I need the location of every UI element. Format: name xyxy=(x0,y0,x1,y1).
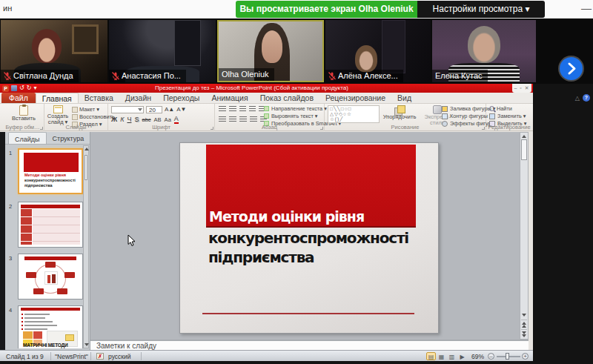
align-left-icon[interactable] xyxy=(219,116,226,122)
meeting-topbar-text: ин xyxy=(3,4,12,13)
participant-name-badge: Елена Кутас xyxy=(432,70,488,82)
thumb-title-line: підприємства xyxy=(24,183,53,188)
window-control-buttons[interactable]: – ▫ ✕ xyxy=(512,84,531,93)
font-color-button[interactable]: А xyxy=(174,116,179,124)
scroll-down-icon[interactable] xyxy=(522,314,526,317)
paste-button[interactable]: Вставить xyxy=(12,105,36,122)
group-slides: Создать слайд ▾ Макет ▾ Восстановить Раз… xyxy=(44,104,108,131)
bold-button[interactable]: Ж xyxy=(111,116,117,124)
tab-insert[interactable]: Вставка xyxy=(79,93,119,103)
bullets-icon[interactable] xyxy=(219,106,226,112)
slide-number: 3 xyxy=(9,255,12,262)
view-settings-label: Настройки просмотра xyxy=(433,4,523,14)
change-case-button[interactable]: Аа xyxy=(165,116,171,124)
font-name-combobox[interactable] xyxy=(111,106,144,113)
font-controls-row: 20 А▲ А▼ xyxy=(111,105,187,113)
tab-outline[interactable]: Структура xyxy=(47,132,90,144)
tab-file[interactable]: Файл xyxy=(1,93,36,103)
new-slide-button[interactable]: Создать слайд ▾ xyxy=(45,105,70,125)
slideshow-view-button[interactable]: ▶ xyxy=(457,352,467,360)
normal-view-button[interactable]: ▤ xyxy=(426,352,436,360)
slide-thumbnail-3[interactable] xyxy=(18,254,83,300)
tab-view[interactable]: Вид xyxy=(391,93,417,103)
increase-indent-icon[interactable] xyxy=(249,106,256,112)
align-right-icon[interactable] xyxy=(239,116,247,122)
slide-sorter-view-button[interactable]: ▦ xyxy=(437,352,446,360)
numbering-icon[interactable] xyxy=(229,106,236,112)
tab-home[interactable]: Главная xyxy=(36,93,79,103)
align-center-icon[interactable] xyxy=(229,116,236,122)
dialog-launcher-icon[interactable] xyxy=(40,127,43,130)
character-spacing-button[interactable]: АВ xyxy=(154,116,162,124)
arrange-button[interactable]: Упорядочить xyxy=(382,105,417,120)
next-participants-button[interactable] xyxy=(560,57,583,80)
zoom-percentage[interactable]: 69% xyxy=(471,353,484,360)
tab-review[interactable]: Рецензирование xyxy=(319,93,391,103)
text-direction-button[interactable]: Направление текста ▾ xyxy=(264,105,327,112)
layout-button[interactable]: Макет ▾ xyxy=(72,106,99,113)
tab-slides-thumbnails[interactable]: Слайды xyxy=(8,132,47,144)
help-icon[interactable]: ? xyxy=(583,94,590,102)
editor-scrollbar[interactable] xyxy=(520,132,529,340)
find-button[interactable]: Найти xyxy=(489,105,512,112)
zoom-slider-thumb[interactable] xyxy=(506,353,509,360)
thumb-table-column xyxy=(21,209,32,245)
panel-scrollbar[interactable] xyxy=(83,145,89,348)
tab-slideshow[interactable]: Показ слайдов xyxy=(254,93,319,103)
slide-thumbnail-1[interactable]: Методи оцінки рівня конкурентоспроможнос… xyxy=(18,148,83,194)
dialog-launcher-icon[interactable] xyxy=(482,127,485,130)
video-tile-alena: Алёна Алексе... xyxy=(325,20,431,82)
slide-thumbnail-4[interactable]: МАТРИЧНІ МЕТОДИ xyxy=(18,305,83,348)
replace-button[interactable]: Заменить ▾ xyxy=(489,113,526,119)
slide-canvas[interactable]: Методи оцінки рівня конкурентоспроможнос… xyxy=(179,142,439,334)
thumb-bullet-line xyxy=(24,328,47,330)
language-indicator[interactable]: русский xyxy=(108,353,131,360)
font-size-combobox[interactable]: 20 xyxy=(146,106,162,113)
theme-name: "NewsPrint" xyxy=(55,353,88,360)
reset-icon xyxy=(72,114,78,120)
previous-slide-button[interactable] xyxy=(521,320,527,328)
group-editing: Найти Заменить ▾ Выделить ▾ Редактирован… xyxy=(486,104,532,131)
reading-view-button[interactable]: ▥ xyxy=(447,352,457,360)
strikethrough-button[interactable]: abc xyxy=(142,116,150,124)
participant-name-badge: Olha Oleniuk xyxy=(219,68,274,81)
shrink-font-button[interactable]: А▼ xyxy=(176,105,186,113)
editor-scrollbar-thumb[interactable] xyxy=(521,139,527,160)
shapes-row: ☆()╱ xyxy=(328,116,379,122)
underline-button[interactable]: Ч xyxy=(127,116,131,124)
tab-transitions[interactable]: Переходы xyxy=(157,93,205,103)
group-label-drawing: Рисование xyxy=(325,124,486,130)
dialog-launcher-icon[interactable] xyxy=(320,127,323,130)
spellcheck-icon[interactable]: ✗ xyxy=(96,353,104,360)
divider xyxy=(50,352,51,360)
minimize-icon[interactable]: — xyxy=(581,2,592,14)
scroll-up-icon[interactable] xyxy=(85,148,89,150)
grow-font-button[interactable]: А▲ xyxy=(165,105,174,113)
dialog-launcher-icon[interactable] xyxy=(211,127,213,130)
next-slide-button[interactable] xyxy=(521,329,527,338)
slide-title-line2: конкурентоспроможності xyxy=(208,229,408,247)
slide-thumbnail-2[interactable] xyxy=(18,202,83,248)
scroll-down-icon[interactable] xyxy=(85,343,89,346)
tab-design[interactable]: Дизайн xyxy=(119,93,157,103)
notes-pane[interactable]: Заметки к слайду xyxy=(90,340,529,350)
text-shadow-button[interactable]: S xyxy=(134,116,139,124)
italic-button[interactable]: К xyxy=(120,116,124,124)
decrease-indent-icon[interactable] xyxy=(239,106,246,112)
collapse-ribbon-icon[interactable]: △ xyxy=(575,95,580,102)
scroll-up-icon[interactable] xyxy=(522,135,526,138)
zoom-out-icon[interactable]: – xyxy=(488,353,494,360)
layout-icon xyxy=(72,107,78,113)
thumb-caption: МАТРИЧНІ МЕТОДИ xyxy=(23,343,67,348)
window-title: Презентация до тез – Microsoft PowerPoin… xyxy=(0,84,503,93)
shapes-gallery[interactable]: □╲╲□○□ △▽◇○☆ ☆()╱ xyxy=(328,105,380,123)
slides-panel: Слайды Структура ✕ 1 Методи оцінки рівня… xyxy=(5,132,90,350)
screen-share-banner: Вы просматриваете экран Olha Oleniuk xyxy=(236,1,417,18)
zoom-in-icon[interactable]: + xyxy=(522,353,529,360)
view-settings-button[interactable]: Настройки просмотра ▾ xyxy=(417,1,545,18)
justify-icon[interactable] xyxy=(250,116,257,122)
shape-outline-button[interactable]: Контур фигуры ▾ xyxy=(442,113,492,119)
align-text-button[interactable]: Выровнять текст ▾ xyxy=(264,113,318,119)
tab-animations[interactable]: Анимация xyxy=(205,93,254,103)
panel-scrollbar-thumb[interactable] xyxy=(85,155,87,180)
